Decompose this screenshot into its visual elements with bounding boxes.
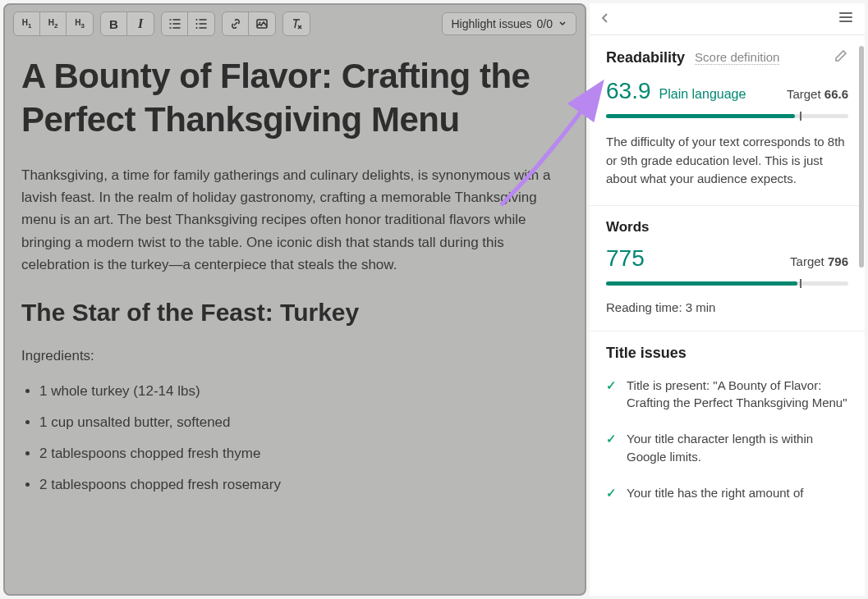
italic-button[interactable]: I [127,12,154,35]
clear-group [282,11,310,36]
readability-section: Readability Score definition 63.9 Plain … [590,35,865,206]
issue-item: ✓ Your title has the right amount of [606,484,848,502]
image-button[interactable] [249,12,275,35]
back-icon[interactable] [601,11,609,28]
unordered-list-button[interactable] [188,12,214,35]
clear-format-button[interactable] [283,12,310,35]
format-group: B I [100,11,154,36]
insert-group [222,11,276,36]
readability-description: The difficulty of your text corresponds … [606,133,848,189]
check-icon: ✓ [606,377,617,413]
highlight-label: Highlight issues [451,17,531,30]
editor-content[interactable]: A Bounty of Flavor: Crafting the Perfect… [5,43,585,594]
list-item: 1 whole turkey (12-14 lbs) [39,382,568,401]
editor-panel: H1 H2 H3 B I [3,3,586,596]
check-icon: ✓ [606,484,617,502]
h3-button[interactable]: H3 [67,12,93,35]
article-intro: Thanksgiving, a time for family gatherin… [21,164,568,276]
ordered-list-button[interactable] [162,12,188,35]
toolbar: H1 H2 H3 B I [5,5,585,43]
readability-progress [606,114,848,118]
sidebar-body: Readability Score definition 63.9 Plain … [590,35,865,596]
readability-target: Target 66.6 [787,87,848,101]
title-issues-section: Title issues ✓ Title is present: "A Boun… [590,332,865,537]
chevron-down-icon [558,17,567,30]
list-item: 1 cup unsalted butter, softened [39,413,568,432]
title-issues-heading: Title issues [606,345,848,362]
article-title: A Bounty of Flavor: Crafting the Perfect… [21,55,568,141]
readability-title: Readability [606,49,685,66]
heading-group: H1 H2 H3 [13,11,94,36]
h1-button[interactable]: H1 [14,12,40,35]
sidebar: Readability Score definition 63.9 Plain … [590,3,865,596]
highlight-issues-dropdown[interactable]: Highlight issues 0/0 [442,12,576,35]
words-count: 775 [606,245,645,272]
edit-icon[interactable] [834,48,848,66]
reading-time: Reading time: 3 min [606,300,848,314]
words-target: Target 796 [790,254,848,268]
readability-label: Plain language [659,87,746,102]
menu-icon[interactable] [838,10,853,28]
ingredients-label: Ingredients: [21,345,568,367]
ingredients-list: 1 whole turkey (12-14 lbs) 1 cup unsalte… [21,382,568,494]
issue-item: ✓ Your title character length is within … [606,430,848,466]
words-title: Words [606,219,848,235]
bold-button[interactable]: B [101,12,127,35]
check-icon: ✓ [606,430,617,466]
words-section: Words 775 Target 796 Reading time: 3 min [590,206,865,332]
score-definition-link[interactable]: Score definition [695,50,779,65]
sidebar-header [590,3,865,35]
words-progress [606,281,848,286]
list-group [161,11,215,36]
h2-button[interactable]: H2 [40,12,67,35]
svg-point-1 [196,23,198,25]
list-item: 2 tablespoons chopped fresh thyme [39,444,568,464]
issue-item: ✓ Title is present: "A Bounty of Flavor:… [606,377,848,413]
list-item: 2 tablespoons chopped fresh rosemary [39,475,568,495]
scrollbar[interactable] [859,46,864,267]
issue-text: Title is present: "A Bounty of Flavor: C… [627,377,848,413]
article-h2: The Star of the Feast: Turkey [21,299,568,327]
svg-point-0 [196,19,198,21]
issue-text: Your title has the right amount of [627,484,803,502]
highlight-count: 0/0 [537,17,553,30]
readability-score: 63.9 [606,78,651,104]
svg-point-2 [196,27,198,29]
issue-text: Your title character length is within Go… [627,430,848,466]
link-button[interactable] [223,12,249,35]
